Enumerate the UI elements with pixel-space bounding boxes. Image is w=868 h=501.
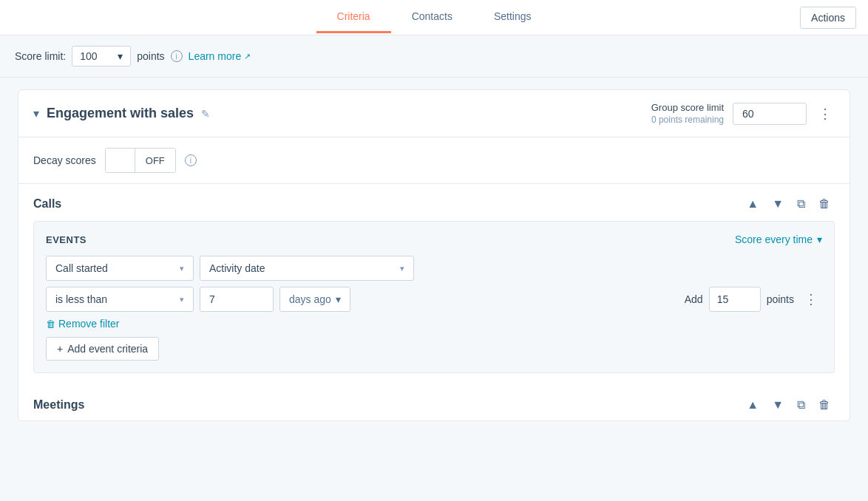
- actions-button[interactable]: Actions: [800, 7, 856, 29]
- filter-row-2: is less than ▾ days ago ▾ Add points: [46, 287, 822, 312]
- meetings-chevron-up-button[interactable]: ▲: [742, 395, 763, 415]
- activity-date-label: Activity date: [209, 262, 265, 274]
- group-more-button[interactable]: ⋮: [816, 103, 835, 125]
- tab-settings[interactable]: Settings: [473, 1, 552, 33]
- call-type-arrow: ▾: [180, 264, 184, 273]
- score-limit-points-label: points: [137, 50, 164, 62]
- meetings-copy-button[interactable]: ⧉: [793, 395, 810, 415]
- tab-criteria[interactable]: Criteria: [316, 1, 391, 33]
- kebab-icon: [804, 292, 818, 307]
- remove-filter-icon: 🗑: [46, 318, 55, 330]
- filter-row-1: Call started ▾ Activity date ▾: [46, 256, 822, 281]
- main-content: ▾ Engagement with sales ✎ Group score li…: [0, 78, 868, 501]
- remove-filter-button[interactable]: 🗑 Remove filter: [46, 318, 119, 330]
- score-limit-value: 100: [80, 50, 97, 62]
- learn-more-label: Learn more: [189, 50, 242, 62]
- score-every-button[interactable]: Score every time ▾: [735, 234, 822, 245]
- group-header: ▾ Engagement with sales ✎ Group score li…: [18, 90, 850, 137]
- decay-info-icon: i: [185, 154, 197, 166]
- group-score-remaining: 0 points remaining: [651, 115, 724, 125]
- days-ago-arrow: ▾: [336, 293, 341, 305]
- decay-row: Decay scores OFF i: [18, 137, 850, 184]
- top-nav: Criteria Contacts Settings Actions: [0, 0, 868, 35]
- group-score-label-block: Group score limit 0 points remaining: [651, 102, 724, 125]
- calls-section: Calls ▲ ▼ ⧉ 🗑 Events Score ev: [18, 184, 850, 385]
- decay-label: Decay scores: [33, 154, 96, 166]
- operator-arrow: ▾: [180, 295, 184, 304]
- points-label-sm: points: [767, 293, 794, 305]
- days-ago-button[interactable]: days ago ▾: [279, 287, 350, 312]
- points-value-input[interactable]: [709, 287, 761, 312]
- tab-contacts[interactable]: Contacts: [391, 1, 473, 33]
- add-event-criteria-button[interactable]: + Add event criteria: [46, 337, 159, 361]
- calls-section-title: Calls: [33, 197, 61, 211]
- calls-delete-button[interactable]: 🗑: [814, 194, 835, 214]
- call-type-select[interactable]: Call started ▾: [46, 256, 194, 281]
- score-every-chevron: ▾: [817, 234, 822, 245]
- group-title: Engagement with sales: [47, 106, 194, 121]
- meetings-delete-button[interactable]: 🗑: [814, 395, 835, 415]
- meetings-section: Meetings ▲ ▼ ⧉ 🗑: [18, 385, 850, 420]
- calls-trash-icon: 🗑: [818, 197, 830, 210]
- toggle-off-label[interactable]: OFF: [135, 149, 175, 172]
- score-limit-select[interactable]: 100 ▾: [72, 46, 131, 67]
- toggle-left[interactable]: [106, 149, 135, 172]
- meetings-chevron-down-button[interactable]: ▼: [767, 395, 788, 415]
- collapse-icon[interactable]: ▾: [33, 106, 39, 120]
- learn-more-link[interactable]: Learn more ↗: [189, 50, 251, 62]
- calls-section-header: Calls ▲ ▼ ⧉ 🗑: [33, 184, 835, 221]
- operator-select[interactable]: is less than ▾: [46, 287, 194, 312]
- remove-filter-row: 🗑 Remove filter: [46, 318, 822, 330]
- days-ago-label: days ago: [289, 293, 331, 305]
- group-card: ▾ Engagement with sales ✎ Group score li…: [18, 89, 850, 421]
- events-header: Events Score every time ▾: [46, 234, 822, 245]
- copy-icon: ⧉: [797, 197, 805, 210]
- group-more-icon: ⋮: [818, 106, 832, 121]
- group-title-row: ▾ Engagement with sales ✎: [33, 106, 210, 121]
- score-every-label: Score every time: [735, 234, 813, 245]
- activity-date-select[interactable]: Activity date ▾: [200, 256, 414, 281]
- external-link-icon: ↗: [244, 52, 251, 61]
- decay-toggle[interactable]: OFF: [105, 148, 176, 173]
- nav-tabs: Criteria Contacts Settings: [316, 1, 552, 33]
- group-score-limit-label: Group score limit: [651, 102, 724, 113]
- calls-copy-button[interactable]: ⧉: [793, 194, 810, 214]
- remove-filter-label: Remove filter: [58, 318, 119, 330]
- calls-chevron-up-button[interactable]: ▲: [742, 194, 763, 214]
- events-label: Events: [46, 234, 87, 245]
- filter-value-input[interactable]: [200, 287, 274, 312]
- row-kebab-button[interactable]: [800, 290, 822, 309]
- calls-chevron-down-button[interactable]: ▼: [767, 194, 788, 214]
- add-points-row: Add points: [685, 287, 822, 312]
- score-limit-bar: Score limit: 100 ▾ points i Learn more ↗: [0, 35, 868, 78]
- events-card: Events Score every time ▾ Call started ▾…: [33, 221, 835, 373]
- meetings-trash-icon: 🗑: [818, 398, 830, 411]
- operator-label: is less than: [55, 293, 107, 305]
- group-score-input[interactable]: [733, 103, 807, 125]
- meetings-section-actions: ▲ ▼ ⧉ 🗑: [742, 395, 835, 415]
- plus-icon: +: [57, 343, 63, 355]
- add-criteria-label: Add event criteria: [67, 343, 148, 355]
- call-type-label: Call started: [55, 262, 108, 274]
- meetings-copy-icon: ⧉: [797, 398, 805, 411]
- score-limit-info-icon: i: [171, 50, 183, 62]
- score-limit-label: Score limit:: [15, 50, 66, 62]
- meetings-section-title: Meetings: [33, 398, 84, 412]
- meetings-section-header: Meetings ▲ ▼ ⧉ 🗑: [33, 385, 835, 415]
- calls-section-actions: ▲ ▼ ⧉ 🗑: [742, 194, 835, 214]
- group-score-row: Group score limit 0 points remaining ⋮: [651, 102, 835, 125]
- activity-date-arrow: ▾: [400, 264, 404, 273]
- add-label: Add: [685, 293, 703, 305]
- score-limit-chevron: ▾: [118, 50, 123, 62]
- edit-icon[interactable]: ✎: [201, 108, 210, 120]
